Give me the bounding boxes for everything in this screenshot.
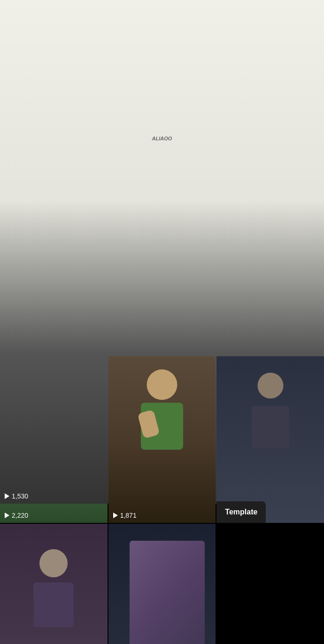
template-badge[interactable]: Template — [216, 501, 266, 523]
video-item[interactable] — [0, 524, 108, 644]
video-item[interactable]: 1,871 — [108, 356, 216, 523]
video-item[interactable] — [108, 524, 216, 644]
play-icon — [5, 513, 9, 518]
play-icon — [5, 493, 9, 499]
video-item[interactable]: Template — [216, 356, 324, 523]
video-stats: 2,220 — [5, 512, 28, 519]
play-icon — [113, 513, 118, 518]
video-grid: ความมั่นคง เขาไม่ได้วัดตอนที่ยังมีแรงทำง… — [0, 188, 324, 644]
view-count: 1,871 — [120, 512, 137, 519]
video-stats: 1,871 — [113, 512, 137, 519]
video-stats: 1,530 — [5, 492, 28, 500]
view-count: 1,530 — [12, 492, 28, 500]
view-count: 2,220 — [12, 512, 28, 519]
